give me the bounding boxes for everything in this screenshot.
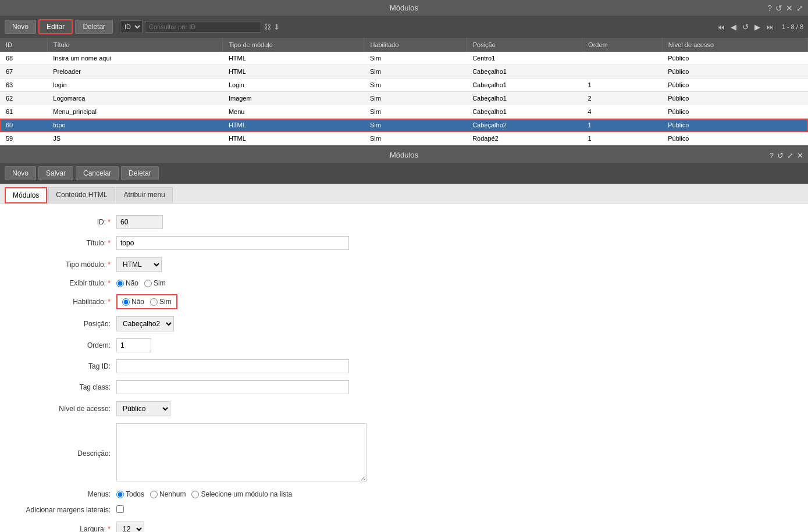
exibir-titulo-sim-label[interactable]: Sim: [144, 279, 166, 287]
col-habilitado: Habilitado: [364, 38, 467, 52]
nav-refresh[interactable]: ↺: [740, 22, 751, 33]
posicao-select[interactable]: Cabeçalho1 Cabeçalho2 Centro1 Rodapé1 Ro…: [116, 316, 174, 331]
top-title-bar: Módulos ? ↺ ✕ ⤢: [0, 0, 808, 16]
habilitado-nao-label[interactable]: Não: [122, 298, 144, 306]
search-icons: ⛓ ⬇: [264, 23, 280, 31]
habilitado-label: Habilitado: *: [23, 298, 116, 306]
margens-laterais-input-wrapper: [116, 505, 349, 515]
habilitado-radio-group: Não Sim: [122, 298, 172, 306]
help-icon[interactable]: ?: [767, 3, 772, 13]
table-row[interactable]: 68Insira um nome aquiHTMLSimCentro1Públi…: [0, 52, 808, 65]
menus-label: Menus:: [23, 490, 116, 498]
id-field[interactable]: [116, 215, 163, 229]
bottom-title-bar: Módulos ? ↺ ⤢ ✕: [0, 147, 808, 163]
menus-nenhum-radio[interactable]: [150, 491, 158, 498]
exibir-titulo-radio-group: Não Sim: [116, 279, 349, 287]
menus-todos-label[interactable]: Todos: [116, 490, 144, 498]
menus-selecione-radio[interactable]: [191, 491, 199, 498]
page-info: 1 - 8 / 8: [782, 23, 803, 30]
exibir-titulo-nao-radio[interactable]: [116, 280, 124, 287]
nav-last[interactable]: ⏭: [764, 22, 776, 33]
top-deletar-button[interactable]: Deletar: [75, 20, 113, 34]
nav-prev[interactable]: ◀: [728, 22, 739, 33]
bottom-salvar-button[interactable]: Salvar: [38, 166, 73, 180]
tag-class-row: Tag class:: [23, 380, 785, 394]
titulo-input-wrapper: [116, 236, 349, 250]
refresh-icon[interactable]: ↺: [775, 3, 782, 13]
tipo-modulo-label: Tipo módulo: *: [23, 260, 116, 269]
tab-conteudo-html[interactable]: Conteúdo HTML: [48, 187, 115, 203]
habilitado-sim-label[interactable]: Sim: [150, 298, 172, 306]
ordem-field[interactable]: [116, 338, 151, 352]
search-bar: ID ⛓ ⬇: [120, 20, 713, 33]
table-row[interactable]: 59JSHTMLSimRodapé21Público: [0, 132, 808, 145]
menus-selecione-label[interactable]: Selecione um módulo na lista: [191, 490, 292, 498]
habilitado-sim-radio[interactable]: [150, 298, 158, 306]
bottom-help-icon[interactable]: ?: [770, 151, 774, 159]
nivel-acesso-select[interactable]: Público Registrado Especial: [116, 401, 170, 416]
habilitado-nao-radio[interactable]: [122, 298, 130, 306]
nivel-acesso-row: Nível de acesso: Público Registrado Espe…: [23, 401, 785, 416]
nivel-acesso-input-wrapper: Público Registrado Especial: [116, 401, 349, 416]
top-novo-button[interactable]: Novo: [5, 20, 36, 34]
table-row[interactable]: 60topoHTMLSimCabeçalho21Público: [0, 119, 808, 132]
tab-modulos[interactable]: Módulos: [5, 187, 47, 203]
tipo-modulo-input-wrapper: HTML Login Imagem Menu: [116, 257, 349, 272]
table-row[interactable]: 63loginLoginSimCabeçalho11Público: [0, 78, 808, 92]
tag-class-field[interactable]: [116, 380, 349, 394]
exibir-titulo-sim-radio[interactable]: [144, 280, 152, 287]
bottom-window-title: Módulos: [390, 151, 418, 159]
exibir-titulo-nao-text: Não: [126, 279, 138, 287]
expand-icon[interactable]: ⤢: [796, 3, 803, 13]
bottom-cancelar-button[interactable]: Cancelar: [76, 166, 119, 180]
menus-nenhum-label[interactable]: Nenhum: [150, 490, 186, 498]
search-input[interactable]: [145, 21, 261, 33]
top-window-title: Módulos: [390, 3, 418, 12]
bottom-novo-button[interactable]: Novo: [5, 166, 36, 180]
nav-next[interactable]: ▶: [752, 22, 763, 33]
exibir-titulo-nao-label[interactable]: Não: [116, 279, 138, 287]
tab-atribuir-menu[interactable]: Atribuir menu: [116, 187, 172, 203]
tag-id-label: Tag ID:: [23, 362, 116, 370]
table-row[interactable]: 67PreloaderHTMLSimCabeçalho1Público: [0, 65, 808, 78]
id-label: ID: *: [23, 218, 116, 226]
bottom-refresh-icon[interactable]: ↺: [777, 151, 784, 159]
bottom-expand-icon[interactable]: ⤢: [787, 151, 793, 159]
titulo-field[interactable]: [116, 236, 349, 250]
top-window-controls: ? ↺ ✕ ⤢: [767, 3, 803, 13]
exibir-titulo-input-wrapper: Não Sim: [116, 279, 349, 287]
ordem-row: Ordem:: [23, 338, 785, 352]
menus-todos-radio[interactable]: [116, 491, 124, 498]
menus-nenhum-text: Nenhum: [159, 490, 186, 498]
download-icon[interactable]: ⬇: [273, 23, 280, 31]
search-filter-select[interactable]: ID: [120, 20, 143, 33]
habilitado-box: Não Sim: [116, 294, 177, 309]
ordem-input-wrapper: [116, 338, 349, 352]
largura-row: Largura: * 1234 5678 9101112: [23, 522, 785, 532]
descricao-textarea[interactable]: [116, 423, 366, 481]
menus-radio-group: Todos Nenhum Selecione um módulo na list…: [116, 490, 349, 498]
margens-laterais-checkbox[interactable]: [116, 505, 124, 513]
link-icon[interactable]: ⛓: [264, 23, 271, 31]
nav-first[interactable]: ⏮: [715, 22, 727, 33]
tag-id-field[interactable]: [116, 359, 349, 373]
habilitado-sim-text: Sim: [159, 298, 172, 306]
close-icon[interactable]: ✕: [786, 3, 793, 13]
table-row[interactable]: 62LogomarcaImagemSimCabeçalho12Público: [0, 92, 808, 105]
nivel-acesso-label: Nível de acesso:: [23, 405, 116, 413]
col-posicao: Posição: [467, 38, 582, 52]
modules-table: ID Título Tipo de módulo Habilitado Posi…: [0, 38, 808, 145]
tipo-modulo-select[interactable]: HTML Login Imagem Menu: [116, 257, 162, 272]
habilitado-row: Habilitado: * Não Sim: [23, 294, 785, 309]
margens-laterais-row: Adicionar margens laterais:: [23, 505, 785, 515]
ordem-label: Ordem:: [23, 341, 116, 349]
top-editar-button[interactable]: Editar: [38, 19, 73, 34]
table-row[interactable]: 61Menu_principalMenuSimCabeçalho14Públic…: [0, 105, 808, 119]
posicao-input-wrapper: Cabeçalho1 Cabeçalho2 Centro1 Rodapé1 Ro…: [116, 316, 349, 331]
id-input-wrapper: [116, 215, 349, 229]
col-tipo: Tipo de módulo: [223, 38, 364, 52]
largura-select[interactable]: 1234 5678 9101112: [116, 522, 144, 532]
exibir-titulo-row: Exibir título: * Não Sim: [23, 279, 785, 287]
bottom-deletar-button[interactable]: Deletar: [121, 166, 159, 180]
bottom-close-icon[interactable]: ✕: [797, 151, 803, 159]
